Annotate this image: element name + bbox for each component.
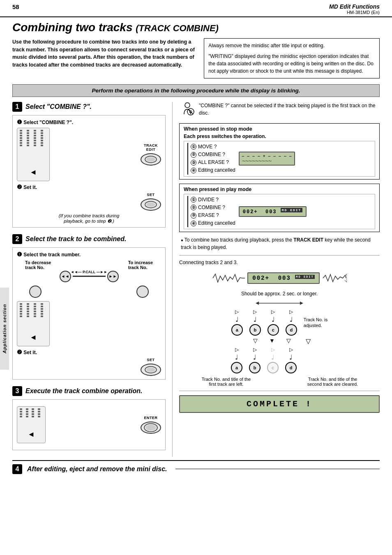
track-a-after: ▷ ♩ a <box>231 347 242 373</box>
section-title: Combining two tracks (TRACK COMBINE) <box>12 21 380 34</box>
play-text-4: Editing cancelled <box>198 219 235 227</box>
stop-mode-display: — — — — + — — — — — 〜〜〜〜〜〜〜〜〜 <box>239 143 295 175</box>
step3-content: ◄ ENTER <box>12 399 166 450</box>
complete-display: COMPLETE ! <box>179 395 380 413</box>
track-edit-label: TRACKEDIT <box>144 143 158 152</box>
enter-oval[interactable] <box>141 421 161 434</box>
play-mode-items: ① DIVIDE ? ② COMBINE ? ③ ERASE ? ④ <box>187 196 235 228</box>
blink-banner: Perform the operations in the following … <box>12 84 380 97</box>
cannot-select-text: "COMBINE ?" cannot be selected if the tr… <box>199 102 380 117</box>
track-a-before: ▷ ♩ a <box>231 309 243 336</box>
set-btn-illus-1: SET <box>141 193 161 211</box>
intro-left-text: Use the following procedure to combine t… <box>12 38 196 78</box>
connecting-label: Connecting tracks 2 and 3. <box>179 260 380 265</box>
play-lcd: 002+ 003 MD EDIT <box>239 206 307 217</box>
prev-track-btn[interactable]: ◄◄ <box>60 271 71 282</box>
title-part2: (TRACK COMBINE) <box>136 23 219 33</box>
intro-right-p1: Always remove the minidisc after title i… <box>208 42 375 49</box>
step2-substep2-label: ❷ Set it. <box>17 349 161 355</box>
step3-header: 3 Execute the track combine operation. <box>12 386 166 396</box>
track-adjusted: Track No. isadjusted. <box>304 309 327 336</box>
step2-header: 2 Select the track to be combined. <box>12 234 166 244</box>
play-num-3: ③ <box>191 213 196 219</box>
svg-point-3 <box>147 203 155 207</box>
step4-title: After editing, eject and remove the mini… <box>27 465 167 473</box>
step4-num: 4 <box>12 464 22 474</box>
cannot-select-note: "COMBINE ?" cannot be selected if the tr… <box>179 102 380 118</box>
play-item-4: ④ Editing cancelled <box>191 219 235 227</box>
stop-text-3: ALL ERASE ? <box>198 159 229 166</box>
stop-lcd: — — — — + — — — — — 〜〜〜〜〜〜〜〜〜 <box>239 152 295 166</box>
track-d-after: ▷ ♩ d <box>285 347 297 373</box>
stop-mode-list: ① MOVE ? ② COMBINE ? ③ ALL ERASE ? ④ <box>184 141 375 177</box>
step4-row: 4 After editing, eject and remove the mi… <box>12 460 380 474</box>
step1-substep2-label: ❷ Set it. <box>17 184 161 190</box>
divider-2 <box>179 391 380 391</box>
increase-label: To increasetrack No. <box>128 260 153 270</box>
arrow-a: ▽ <box>253 337 258 345</box>
main-content: Combining two tracks (TRACK COMBINE) Use… <box>0 17 392 478</box>
step3-num: 3 <box>12 386 22 396</box>
play-mode-list: ① DIVIDE ? ② COMBINE ? ③ ERASE ? ④ <box>184 194 375 230</box>
play-num-1: ① <box>191 197 196 203</box>
play-mode-display: 002+ 003 MD EDIT <box>239 196 307 228</box>
next-btn-circle[interactable] <box>136 286 149 298</box>
intro-area: Use the following procedure to combine t… <box>12 38 380 78</box>
track-c-after: ▷ ♩ c <box>267 347 279 373</box>
intro-right: Always remove the minidisc after title i… <box>204 38 380 78</box>
next-track-btn[interactable]: ►► <box>107 271 119 282</box>
svg-point-5 <box>147 368 155 372</box>
stop-num-4: ④ <box>191 168 196 173</box>
step1-device-area: ◄ TRACKEDIT <box>17 128 161 181</box>
caption-left: Track No. and title of the first track a… <box>198 377 255 387</box>
stop-text-2: COMBINE ? <box>198 151 225 159</box>
caption-right: Track No. and title of the second track … <box>304 377 362 387</box>
set-oval-2[interactable] <box>141 364 161 376</box>
stop-num-3: ③ <box>191 160 196 166</box>
page-number: 58 <box>12 3 19 10</box>
steps-outer: 1 Select "COMBINE ?". ❶ Select "COMBINE … <box>12 102 380 457</box>
step1-note: (If you combine tracks duringplayback, g… <box>17 213 161 224</box>
sidebar-text: Application section <box>2 304 7 353</box>
title-part1: Combining two tracks <box>12 21 132 34</box>
play-text-2: COMBINE ? <box>198 204 225 212</box>
step1-title: Select "COMBINE ?". <box>25 103 92 111</box>
stop-item-1: ① MOVE ? <box>191 143 235 151</box>
combine-lcd: 002+ 003 MD EDIT <box>247 272 319 284</box>
play-num-4: ④ <box>191 221 196 226</box>
track-edit-oval[interactable] <box>141 153 161 166</box>
play-text-3: ERASE ? <box>198 212 219 219</box>
cannot-select-icon <box>179 102 196 118</box>
header-title: MD Edit Functions <box>329 3 380 10</box>
combine-display-area: 002+ 003 MD EDIT <box>179 269 380 288</box>
header-right: MD Edit Functions HM-381MD (En) <box>329 3 380 15</box>
steps-left: 1 Select "COMBINE ?". ❶ Select "COMBINE … <box>12 102 173 457</box>
prev-btn-circle[interactable] <box>29 286 42 298</box>
step1-content: ❶ Select "COMBINE ?". <box>12 115 166 228</box>
track-d-before: ▷ ♩ d <box>286 309 297 336</box>
step1-device: ◄ <box>17 128 50 181</box>
step3-block: 3 Execute the track combine operation. <box>12 386 166 450</box>
md-edit-badge: MD EDIT <box>281 208 303 212</box>
bullet-note: To combine two tracks during playback, p… <box>179 236 380 251</box>
set-label-2: SET <box>147 358 154 362</box>
step1-num: 1 <box>12 102 22 112</box>
track-captions: Track No. and title of the first track a… <box>179 377 380 387</box>
page-header: 58 MD Edit Functions HM-381MD (En) <box>0 0 392 17</box>
steps-right: "COMBINE ?" cannot be selected if the tr… <box>173 102 380 457</box>
intro-right-p2: "WRITING" displayed during the minidisc … <box>208 53 375 75</box>
track-row-before: ▷ ♩ a ▷ ♩ b ▷ ♩ c ▷ <box>179 309 380 336</box>
arrow-d: ▽ <box>306 337 311 345</box>
set-oval-1[interactable] <box>141 198 161 211</box>
divider-1 <box>179 255 380 256</box>
play-text-1: DIVIDE ? <box>198 196 219 204</box>
set-btn-illus-2: SET <box>141 358 161 376</box>
stop-mode-intro: Each press switches the operation. <box>184 134 375 139</box>
sidebar-label: Application section <box>0 288 9 370</box>
play-item-1: ① DIVIDE ? <box>191 196 235 204</box>
down-arrows-row: ▽ ▼ ▽ ▽ <box>179 337 380 345</box>
header-model: HM-381MD (En) <box>329 10 380 15</box>
step1-substep1-label: ❶ Select "COMBINE ?". <box>17 119 161 125</box>
arrow-b: ▼ <box>269 337 275 345</box>
play-mode-box: When pressed in play mode ① DIVIDE ? ② C… <box>179 184 380 233</box>
